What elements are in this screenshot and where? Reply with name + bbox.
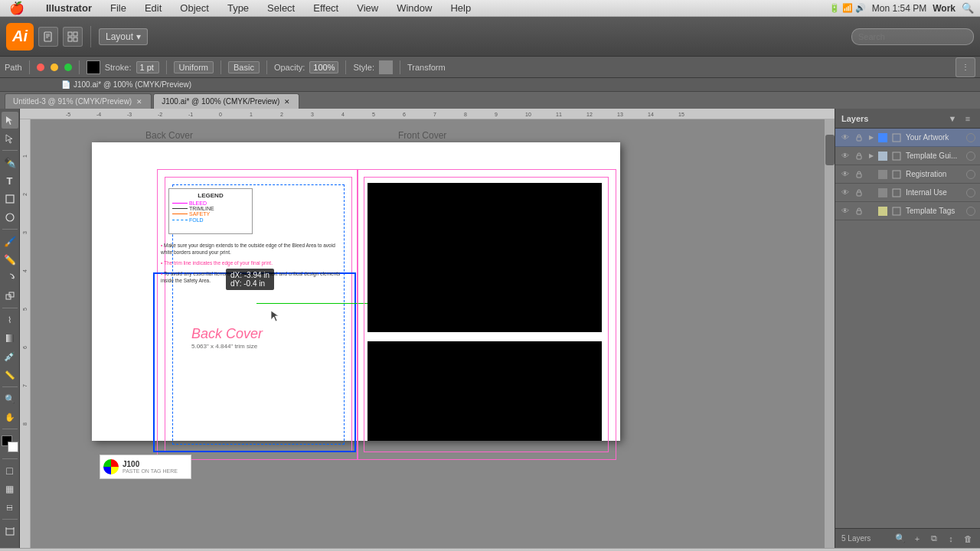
type-tool[interactable]: T [2, 172, 18, 189]
direct-selection-tool[interactable] [2, 130, 18, 147]
hand-tool[interactable]: ✋ [2, 409, 18, 425]
menu-edit[interactable]: Edit [142, 0, 165, 16]
search-layers-btn[interactable]: 🔍 [894, 533, 906, 545]
zoom-tool[interactable]: 🔍 [2, 390, 18, 407]
menu-effect[interactable]: Effect [310, 0, 341, 16]
layout-dropdown[interactable]: Layout ▾ [99, 28, 148, 45]
layer-row-3[interactable]: 👁 ▶ Internal Use [835, 184, 980, 202]
rotate-tool[interactable] [2, 269, 18, 286]
color-swatches[interactable] [2, 435, 18, 452]
paintbrush-tool[interactable]: 🖌️ [2, 233, 18, 249]
layer-0-arrow[interactable]: ▶ [867, 134, 875, 142]
uniform-btn[interactable]: Uniform [174, 61, 214, 73]
layer-1-lock[interactable] [854, 151, 864, 161]
opacity-label: Opacity: [274, 63, 305, 72]
menu-help[interactable]: Help [447, 0, 474, 16]
props-right-btn[interactable]: ⋮ [956, 57, 975, 77]
tab-close-0[interactable]: ✕ [136, 98, 143, 106]
layer-2-lock[interactable] [854, 169, 864, 180]
layer-3-lock[interactable] [854, 187, 864, 198]
grid-view-btn[interactable] [63, 27, 83, 47]
style-color-swatch[interactable] [379, 60, 393, 74]
layer-4-visibility[interactable]: 👁 [840, 206, 851, 217]
move-layer-btn[interactable]: ↕ [945, 533, 957, 545]
layer-3-target[interactable] [966, 188, 975, 197]
svg-text:15: 15 [678, 112, 684, 117]
fill-mode-btn[interactable]: □ [2, 462, 18, 479]
layer-1-target[interactable] [966, 152, 975, 161]
legend-bleed-row: BLEED [172, 201, 249, 206]
toolbar-search-input[interactable] [851, 28, 974, 45]
warp-tool[interactable]: ⌇ [2, 311, 18, 328]
stroke-color-swatch[interactable] [87, 60, 100, 74]
layer-0-lock[interactable] [854, 132, 864, 143]
svg-rect-48 [857, 155, 861, 159]
layer-4-lock[interactable] [854, 206, 864, 217]
back-cover-title-text: Back Cover [191, 326, 263, 342]
layer-1-visibility[interactable]: 👁 [840, 151, 851, 161]
delete-layer-btn[interactable]: 🗑 [962, 533, 974, 545]
gradient-tool[interactable] [2, 330, 18, 347]
menu-object[interactable]: Object [177, 0, 212, 16]
pencil-tool[interactable]: ✏️ [2, 251, 18, 268]
selection-tool[interactable] [2, 112, 18, 129]
menu-type[interactable]: Type [224, 0, 252, 16]
maximize-window-btn[interactable] [64, 64, 72, 71]
layer-row-2[interactable]: 👁 ▶ Registration [835, 165, 980, 184]
basic-btn[interactable]: Basic [228, 61, 260, 73]
layer-row-1[interactable]: 👁 ▶ Template Gui... [835, 147, 980, 165]
layer-0-visibility[interactable]: 👁 [840, 132, 851, 143]
tab-untitled[interactable]: Untitled-3 @ 91% (CMYK/Preview) ✕ [5, 93, 152, 109]
menu-bar-icons: 🔋 📶 🔊 [829, 3, 866, 13]
opacity-value[interactable]: 100% [309, 61, 338, 73]
layer-row-0[interactable]: 👁 ▶ Your Artwork [835, 129, 980, 147]
transform-btn[interactable]: Transform [407, 63, 446, 72]
path-label: Path [5, 63, 22, 72]
layer-2-target[interactable] [966, 170, 975, 179]
background-color[interactable] [8, 442, 18, 452]
svg-text:5: 5 [22, 308, 28, 311]
eyedropper-tool[interactable]: 💉 [2, 348, 18, 365]
ellipse-tool[interactable] [2, 209, 18, 226]
duplicate-layer-btn[interactable]: ⧉ [928, 533, 940, 545]
layer-0-name: Your Artwork [906, 133, 963, 142]
layer-row-4[interactable]: 👁 ▶ Template Tags [835, 202, 980, 220]
note-2-highlight: The trim line indicates the edge of your… [164, 260, 273, 266]
lock-icon-1 [855, 152, 863, 160]
pen-tool[interactable]: ✒️ [2, 154, 18, 171]
apple-menu[interactable]: 🍎 [6, 0, 28, 16]
tab-j100[interactable]: J100.ai* @ 100% (CMYK/Preview) ✕ [153, 93, 299, 109]
right-scroll-thumb[interactable] [825, 135, 835, 165]
layer-2-visibility[interactable]: 👁 [840, 169, 851, 180]
menu-window[interactable]: Window [394, 0, 435, 16]
measure-tool[interactable]: 📏 [2, 367, 18, 383]
stroke-label: Stroke: [105, 63, 132, 72]
app-name-menu[interactable]: Illustrator [43, 0, 95, 16]
no-fill-btn[interactable]: □ [2, 499, 18, 516]
menu-bar-workspace[interactable]: Work [933, 3, 956, 14]
panel-menu-btn[interactable]: ≡ [962, 112, 974, 125]
scale-tool[interactable] [2, 288, 18, 305]
close-window-btn[interactable] [37, 64, 44, 71]
menu-select[interactable]: Select [264, 0, 298, 16]
layer-1-arrow[interactable]: ▶ [867, 152, 875, 160]
stroke-value[interactable]: 1 pt [136, 61, 159, 73]
gradient-fill-btn[interactable]: ▦ [2, 481, 18, 497]
layer-4-target[interactable] [966, 207, 975, 216]
canvas-scroll[interactable]: LEGEND BLEED TRIMLINE SAFE [31, 119, 824, 548]
rectangle-tool[interactable] [2, 191, 18, 207]
layer-0-target[interactable] [966, 133, 975, 142]
artboard-tool[interactable] [2, 523, 18, 540]
menu-file[interactable]: File [107, 0, 129, 16]
document-setup-btn[interactable] [38, 27, 58, 47]
tab-label-1: J100.ai* @ 100% (CMYK/Preview) [162, 97, 279, 106]
layer-3-visibility[interactable]: 👁 [840, 187, 851, 198]
new-layer-btn[interactable]: + [911, 533, 923, 545]
right-scrollbar[interactable] [824, 119, 835, 548]
svg-rect-13 [6, 529, 14, 535]
menu-view[interactable]: View [354, 0, 381, 16]
minimize-window-btn[interactable] [51, 64, 58, 71]
panel-collapse-btn[interactable]: ▼ [946, 112, 959, 125]
search-icon[interactable]: 🔍 [962, 2, 974, 14]
tab-close-1[interactable]: ✕ [283, 98, 291, 106]
